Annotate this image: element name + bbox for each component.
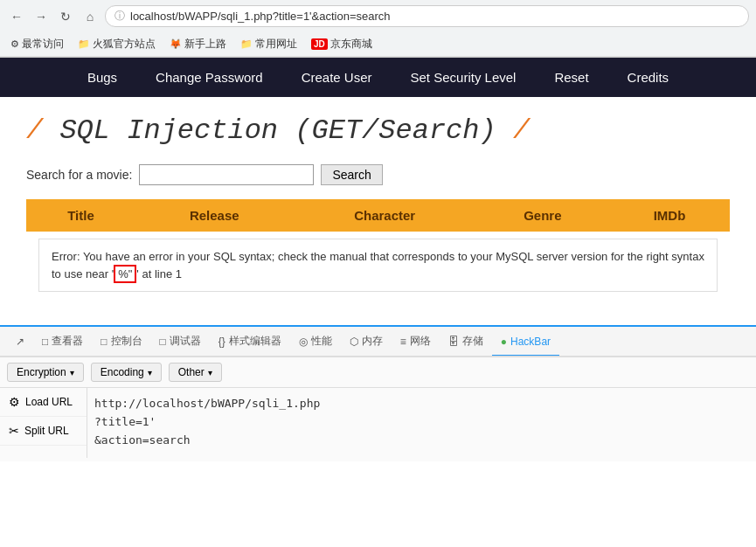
bookmark-frequent[interactable]: ⚙ 最常访问 [7,35,67,53]
col-imdb: IMDb [609,199,730,232]
bookmark-newcomer[interactable]: 🦊 新手上路 [166,35,230,53]
jd-badge: JD [311,38,328,50]
hackbar-url-area[interactable]: http://localhost/bWAPP/sqli_1.php ?title… [87,388,756,458]
error-highlight: %" [114,265,136,283]
nav-set-security-level[interactable]: Set Security Level [392,58,536,97]
tab-hackbar-label: HackBar [510,336,551,348]
site-nav: Bugs Change Password Create User Set Sec… [0,58,756,97]
bookmark-newcomer-label: 新手上路 [184,37,226,52]
console-icon: □ [101,336,107,348]
devtools-picker[interactable]: ↗ [7,329,33,357]
load-url-label: Load URL [25,396,73,408]
tab-hackbar[interactable]: ● HackBar [492,329,559,357]
results-table: Title Release Character Genre IMDb Error… [26,199,730,299]
slash-left: / [26,114,59,147]
tab-debugger-label: 调试器 [170,334,201,349]
tab-storage[interactable]: 🗄 存储 [440,327,492,357]
tab-style-label: 样式编辑器 [229,334,281,349]
other-label: Other [178,366,205,378]
slash-right: / [496,114,530,147]
nav-reset[interactable]: Reset [535,58,607,97]
performance-icon: ◎ [299,336,308,348]
search-label: Search for a movie: [26,168,132,182]
error-cell: Error: You have an error in your SQL syn… [26,232,730,299]
back-button[interactable]: ← [7,7,26,26]
tab-network-label: 网络 [410,334,431,349]
encoding-btn[interactable]: Encoding ▾ [91,363,162,382]
folder-icon: 📁 [78,38,90,50]
bookmark-firefox[interactable]: 📁 火狐官方站点 [74,35,159,53]
bookmark-common-label: 常用网址 [255,37,297,52]
memory-icon: ⬡ [350,336,358,348]
tab-performance-label: 性能 [311,334,332,349]
encryption-arrow: ▾ [70,368,74,377]
bookmark-firefox-label: 火狐官方站点 [93,37,156,52]
bookmark-jd[interactable]: JD 京东商城 [308,35,376,53]
tab-console[interactable]: □ 控制台 [92,327,150,357]
other-btn[interactable]: Other ▾ [169,363,222,382]
page-title-text: SQL Injection (GET/Search) [59,114,496,147]
home-button[interactable]: ⌂ [80,7,100,26]
page-title: / SQL Injection (GET/Search) / [26,114,730,147]
tab-memory-label: 内存 [362,334,383,349]
inspector-icon: □ [42,336,48,348]
devtools-bar: ↗ □ 查看器 □ 控制台 □ 调试器 {} 样式编辑器 ◎ 性能 ⬡ 内存 ≡… [0,325,756,357]
table-header-row: Title Release Character Genre IMDb [26,199,730,232]
hackbar-body: ⚙ Load URL ✂ Split URL http://localhost/… [0,388,756,458]
split-url-label: Split URL [24,425,69,437]
network-icon: ≡ [400,336,406,348]
error-text-after: ' at line 1 [136,267,182,280]
hackbar-sidebar: ⚙ Load URL ✂ Split URL [0,388,87,458]
tab-console-label: 控制台 [111,334,142,349]
hackbar-url-text: http://localhost/bWAPP/sqli_1.php ?title… [94,395,749,449]
split-url-button[interactable]: ✂ Split URL [0,417,87,446]
bookmark-common[interactable]: 📁 常用网址 [237,35,301,53]
bookmark-frequent-label: 最常访问 [22,37,64,52]
fox-icon: 🦊 [170,38,182,50]
browser-chrome: ← → ↻ ⌂ ⓘ localhost/bWAPP/sqli_1.php?tit… [0,0,756,58]
encoding-label: Encoding [101,366,144,378]
encoding-arrow: ▾ [148,368,152,377]
col-genre: Genre [476,199,609,232]
nav-create-user[interactable]: Create User [282,58,392,97]
tab-inspector[interactable]: □ 查看器 [33,327,92,357]
browser-nav: ← → ↻ ⌂ ⓘ localhost/bWAPP/sqli_1.php?tit… [0,0,756,32]
address-bar[interactable]: ⓘ localhost/bWAPP/sqli_1.php?title=1'&ac… [105,5,749,27]
hackbar-icon: ● [501,336,507,348]
encryption-btn[interactable]: Encryption ▾ [7,363,84,382]
search-input[interactable] [139,164,314,185]
error-row: Error: You have an error in your SQL syn… [26,232,730,299]
hackbar-container: Encryption ▾ Encoding ▾ Other ▾ ⚙ Load U… [0,357,756,461]
col-release: Release [135,199,294,232]
reload-button[interactable]: ↻ [56,7,75,26]
forward-button[interactable]: → [31,7,51,26]
col-title: Title [26,199,135,232]
tab-network[interactable]: ≡ 网络 [392,327,440,357]
nav-change-password[interactable]: Change Password [136,58,282,97]
style-icon: {} [218,336,225,348]
tab-style-editor[interactable]: {} 样式编辑器 [210,327,290,357]
hackbar-toolbar: Encryption ▾ Encoding ▾ Other ▾ [0,357,756,388]
lock-icon: ⓘ [114,9,125,24]
col-character: Character [294,199,476,232]
load-url-button[interactable]: ⚙ Load URL [0,388,87,417]
other-arrow: ▾ [208,368,212,377]
nav-credits[interactable]: Credits [608,58,689,97]
tab-performance[interactable]: ◎ 性能 [290,327,341,357]
tab-inspector-label: 查看器 [52,334,83,349]
debugger-icon: □ [160,336,166,348]
search-button[interactable]: Search [321,164,382,185]
storage-icon: 🗄 [448,336,459,348]
load-url-icon: ⚙ [9,395,20,409]
tab-memory[interactable]: ⬡ 内存 [341,327,392,357]
bookmarks-bar: ⚙ 最常访问 📁 火狐官方站点 🦊 新手上路 📁 常用网址 JD 京东商城 [0,32,756,57]
error-box: Error: You have an error in your SQL syn… [38,239,718,292]
address-text: localhost/bWAPP/sqli_1.php?title=1'&acti… [130,10,739,23]
bookmark-jd-label: 京东商城 [330,37,372,52]
split-url-icon: ✂ [9,424,19,438]
tab-debugger[interactable]: □ 调试器 [151,327,210,357]
encryption-label: Encryption [17,366,66,378]
gear-icon: ⚙ [10,38,19,50]
search-row: Search for a movie: Search [26,164,730,185]
nav-bugs[interactable]: Bugs [68,58,136,97]
